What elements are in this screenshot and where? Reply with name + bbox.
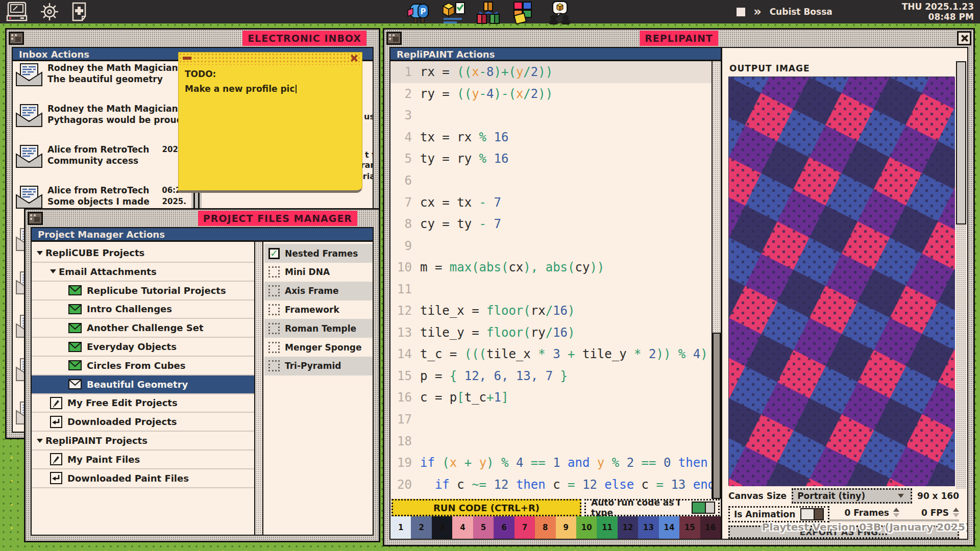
replipaint-close-button[interactable] xyxy=(957,31,971,45)
code-line-18: 18 xyxy=(390,430,721,452)
file-item-nested-frames[interactable]: ✓Nested Frames xyxy=(264,244,373,263)
tree-item-everyday-objects[interactable]: Everyday Objects xyxy=(32,338,254,357)
note-minimize-icon[interactable] xyxy=(183,57,191,60)
file-item-tri-pyramid[interactable]: Tri-Pyramid xyxy=(264,357,373,375)
tree-item-label: Downloaded Paint Files xyxy=(67,473,189,484)
taskbar: P xyxy=(0,0,980,23)
tree-item-label: Downloaded Projects xyxy=(67,416,177,427)
tree-item-email-attachments[interactable]: Email Attachments xyxy=(32,263,254,282)
auto-run-toggle[interactable] xyxy=(692,502,715,514)
checkbox[interactable]: ✓ xyxy=(268,248,280,259)
color-palette: 12345678910111213141516 xyxy=(390,516,721,539)
is-animation-toggle[interactable] xyxy=(800,508,824,520)
code-scrollbar[interactable] xyxy=(712,61,721,499)
tree-item-replicube-projects[interactable]: RepliCUBE Projects xyxy=(32,244,254,263)
palette-color-15[interactable]: 15 xyxy=(679,516,700,539)
settings-gear-icon[interactable] xyxy=(39,1,60,22)
tree-item-downloaded-projects[interactable]: Downloaded Projects xyxy=(32,413,254,432)
music-skip-icon[interactable]: » xyxy=(753,6,762,18)
checkbox[interactable] xyxy=(268,342,280,353)
checkbox[interactable] xyxy=(268,304,280,315)
tree-item-intro-challenges[interactable]: Intro Challenges xyxy=(32,300,254,319)
export-png-button[interactable]: EXPORT AS PNG... Playtest Version 03B (J… xyxy=(728,525,959,539)
output-scrollbar-thumb[interactable] xyxy=(956,61,966,224)
edit-file-icon xyxy=(50,453,62,465)
file-item-label: Axis Frame xyxy=(285,286,339,296)
file-item-menger-sponge[interactable]: Menger Sponge xyxy=(264,338,373,357)
replipaint-actions-menu[interactable]: RepliPAINT Actions xyxy=(390,48,721,61)
run-code-button[interactable]: RUN CODE (CTRL+R) xyxy=(391,499,581,516)
inbox-window-menu-icon[interactable] xyxy=(9,32,24,45)
palette-color-4[interactable]: 4 xyxy=(452,516,473,539)
palette-color-2[interactable]: 2 xyxy=(411,516,431,539)
tree-item-circles-from-cubes[interactable]: Circles From Cubes xyxy=(32,357,254,375)
project-tree-scrollbar[interactable] xyxy=(254,242,263,535)
tree-item-replipaint-projects[interactable]: RepliPAINT Projects xyxy=(32,432,254,450)
community-app-icon[interactable] xyxy=(547,1,573,24)
note-title-line: TODO: xyxy=(185,69,356,79)
is-animation-box: Is Animation xyxy=(728,506,829,522)
tree-item-another-challenge-set[interactable]: Another Challenge Set xyxy=(32,319,254,338)
fps-stepper[interactable] xyxy=(953,508,959,517)
palette-color-9[interactable]: 9 xyxy=(556,516,576,539)
tree-item-replicube-tutorial-projects[interactable]: Replicube Tutorial Projects xyxy=(32,282,254,300)
step-up-icon[interactable] xyxy=(953,508,959,512)
tree-item-my-free-edit-projects[interactable]: My Free Edit Projects xyxy=(32,394,254,413)
code-editor[interactable]: 1rx = ((x-8)+(y/2))2ry = ((y-4)-(x/2))34… xyxy=(390,61,721,499)
mailbox-app-icon[interactable]: P xyxy=(406,1,431,23)
file-item-framework[interactable]: Framework xyxy=(264,300,373,319)
is-animation-label: Is Animation xyxy=(734,509,795,519)
email-list-item[interactable]: Rodney the Math MagicianThe beautiful ge… xyxy=(15,62,191,99)
new-file-icon[interactable] xyxy=(71,2,87,21)
expander-icon[interactable] xyxy=(50,269,56,273)
output-scrollbar[interactable] xyxy=(956,61,966,489)
frames-stepper[interactable] xyxy=(893,508,899,517)
palette-color-14[interactable]: 14 xyxy=(659,516,679,539)
pfm-window-menu-icon[interactable] xyxy=(28,212,43,225)
step-up-icon[interactable] xyxy=(893,508,899,512)
email-list-item[interactable]: Alice from RetroTechCommunity access2023… xyxy=(15,144,191,181)
checkbox[interactable] xyxy=(268,323,280,334)
checkbox[interactable] xyxy=(268,266,280,278)
note-close-icon[interactable] xyxy=(350,54,358,62)
file-item-axis-frame[interactable]: Axis Frame xyxy=(264,282,373,300)
palette-color-13[interactable]: 13 xyxy=(638,516,658,539)
code-scrollbar-thumb[interactable] xyxy=(713,333,721,499)
palette-color-11[interactable]: 11 xyxy=(597,516,617,539)
palette-color-3[interactable]: 3 xyxy=(432,516,452,539)
file-item-mini-dna[interactable]: Mini DNA xyxy=(264,263,373,282)
palette-color-5[interactable]: 5 xyxy=(473,516,494,539)
replicube-app-icon[interactable] xyxy=(475,1,502,24)
tree-item-my-paint-files[interactable]: My Paint Files xyxy=(32,450,254,469)
tree-item-downloaded-paint-files[interactable]: Downloaded Paint Files xyxy=(32,469,254,488)
inbox-titlebar: ELECTRONIC INBOX xyxy=(7,30,379,47)
palette-color-7[interactable]: 7 xyxy=(514,516,535,539)
step-down-icon[interactable] xyxy=(953,513,959,517)
replipaint-titlebar: REPLIPAINT xyxy=(384,30,973,47)
palette-color-6[interactable]: 6 xyxy=(494,516,514,539)
canvas-size-select[interactable]: Portrait (tiny) xyxy=(792,488,912,504)
palette-color-12[interactable]: 12 xyxy=(618,516,638,539)
expander-icon[interactable] xyxy=(37,251,43,255)
palette-color-1[interactable]: 1 xyxy=(390,516,411,539)
tree-item-label: Everyday Objects xyxy=(87,341,177,352)
palette-color-8[interactable]: 8 xyxy=(535,516,555,539)
tree-item-beautiful-geometry[interactable]: Beautiful Geometry xyxy=(32,375,254,394)
project-manager-actions-menu[interactable]: Project Manager Actions xyxy=(32,228,373,242)
checkbox[interactable] xyxy=(268,360,280,371)
step-down-icon[interactable] xyxy=(893,513,899,517)
note-text-input[interactable]: Make a new profile pic xyxy=(185,84,356,94)
file-item-roman-temple[interactable]: Roman Temple xyxy=(264,319,373,338)
checkbox[interactable] xyxy=(268,285,280,296)
palette-color-10[interactable]: 10 xyxy=(576,516,597,539)
computer-icon[interactable] xyxy=(6,2,28,22)
sticky-note-header[interactable] xyxy=(179,53,362,65)
color-grid-app-icon[interactable] xyxy=(511,1,537,24)
expander-icon[interactable] xyxy=(37,439,43,443)
code-line-13: 13tile_y = floor(ry/16) xyxy=(390,322,721,344)
palette-color-16[interactable]: 16 xyxy=(700,516,721,539)
music-stop-icon[interactable] xyxy=(737,8,745,16)
todo-list-app-icon[interactable] xyxy=(440,1,466,23)
email-list-item[interactable]: Rodney the Math MagicianPythagoras would… xyxy=(15,103,191,140)
replipaint-window-menu-icon[interactable] xyxy=(386,32,402,45)
